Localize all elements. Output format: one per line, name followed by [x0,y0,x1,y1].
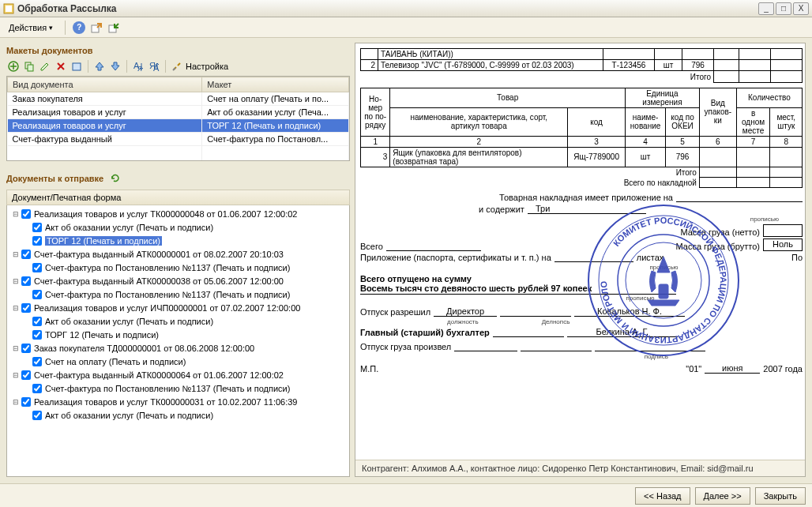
move-up-icon[interactable] [93,60,106,73]
sort-asc-icon[interactable]: Aя [132,60,145,73]
tree-toggle[interactable]: ⊟ [10,398,21,406]
r3-n: 3 [361,147,390,167]
tree-check[interactable] [32,330,42,340]
h-mest: мест, штук [770,107,803,136]
glavbuh: Главный (старший) бухгалтер [360,328,490,337]
app-icon [3,3,14,14]
docs-title-row: Документы к отправке [6,169,350,190]
otpush: Всего отпущено на сумму [360,274,802,284]
tree-check[interactable] [21,303,31,313]
add-icon[interactable] [7,60,20,73]
tree-row[interactable]: ⊟Реализация товаров и услуг ТК000000031 … [7,396,349,409]
close-button[interactable]: X [793,2,809,15]
window-title: Обработка Рассылка [17,3,758,14]
tree-check[interactable] [32,411,42,420]
export-icon[interactable] [90,21,103,34]
tree-row[interactable]: Счет-фактура по Постановлению №1137 (Печ… [7,288,349,302]
tree-check[interactable] [21,276,31,286]
tree-row[interactable]: ⊟Счет-фактура выданный АТК00000001 от 08… [7,248,349,261]
tree-check[interactable] [32,223,42,232]
tree-label: Акт об оказании услуг (Печать и подписи) [45,411,213,420]
tree-check[interactable] [21,344,31,353]
minimize-button[interactable]: _ [758,2,774,15]
col-doc-type[interactable]: Вид документа [8,77,202,92]
tree-row[interactable]: Счет-фактура по Постановлению №1137 (Печ… [7,261,349,275]
h-vidup: Вид упаков- ки [699,88,736,136]
separator [65,21,66,35]
import-icon[interactable] [107,21,120,34]
r3-okei: 796 [666,147,700,167]
close-nav-button[interactable]: Закрыть [755,487,806,505]
tree-row[interactable]: ⊟Счет-фактура выданный АТК00000038 от 05… [7,275,349,288]
docs-header[interactable]: Документ/Печатная форма [6,190,350,205]
tree-row[interactable]: Счет-фактура по Постановлению №1137 (Печ… [7,382,349,396]
tree-row[interactable]: Акт об оказании услуг (Печать и подписи) [7,409,349,422]
tree-row[interactable]: ТОРГ 12 (Печать и подписи) [7,329,349,342]
settings-label[interactable]: Настройка [186,62,228,71]
tree-check[interactable] [32,384,42,393]
soderjit-val: Три [528,204,646,214]
tree-check[interactable] [32,236,42,246]
propis-3: прописью [479,295,802,302]
tree-row[interactable]: Счет на оплату (Печать и подписи) [7,355,349,369]
next-button[interactable]: Далее >> [695,487,750,505]
edit-icon[interactable] [39,60,51,73]
tree-row[interactable]: ⊟Реализация товаров и услуг ТК000000048 … [7,208,349,221]
tree-toggle[interactable]: ⊟ [10,210,21,218]
tree-check[interactable] [21,370,31,380]
tree-check[interactable] [32,357,42,366]
help-icon[interactable]: ? [73,21,85,34]
tree-check[interactable] [21,209,31,219]
move-down-icon[interactable] [109,60,122,73]
tree-toggle[interactable]: ⊟ [10,277,21,285]
tree-label: Счет на оплату (Печать и подписи) [45,357,186,366]
tree-check[interactable] [32,317,42,326]
h-nomer: Но- мер по по- рядку [361,88,390,136]
docs-tree[interactable]: ⊟Реализация товаров и услуг ТК000000048 … [6,205,350,478]
grid-row[interactable]: Реализация товаров и услугАкт об оказани… [8,106,349,119]
propis-1: прописью [360,216,803,223]
tree-row[interactable]: ⊟Счет-фактура выданный АТК00000064 от 01… [7,369,349,382]
col-template[interactable]: Макет [202,77,349,92]
tree-row[interactable]: ⊟Реализация товаров и услуг ИЧП00000001 … [7,302,349,315]
copy-icon[interactable] [23,60,36,73]
grid-row[interactable]: Заказ покупателяСчет на оплату (Печать и… [8,92,349,106]
grid-row[interactable]: Счет-фактура выданныйСчет-фактура по Пос… [8,133,349,146]
delete-icon[interactable] [55,60,67,73]
grid-row[interactable]: Реализация товаров и услугТОРГ 12 (Печат… [8,119,349,133]
listah: листах [637,253,664,262]
tree-row[interactable]: Акт об оказании услуг (Печать и подписи) [7,315,349,329]
back-button[interactable]: << Назад [635,487,690,505]
tree-toggle[interactable]: ⊟ [10,304,21,312]
r3-name: Ящик (упаковка для вентиляторов) (возвра… [390,147,568,167]
tree-row[interactable]: ТОРГ 12 (Печать и подписи) [7,235,349,248]
tree-toggle[interactable]: ⊟ [10,371,21,379]
tree-row[interactable]: Акт об оказании услуг (Печать и подписи) [7,221,349,235]
tree-row[interactable]: ⊟Заказ покупателя ТД000000001 от 08.06.2… [7,342,349,355]
date-d: "01" [686,364,701,374]
actions-menu[interactable]: Действия ▾ [5,20,58,36]
nav-bar: << Назад Далее >> Закрыть [0,483,812,507]
otpusk-gruz: Отпуск груза произвел [360,342,451,351]
templates-grid[interactable]: Вид документа Макет Заказ покупателяСчет… [6,76,350,161]
itogo-1: Итого [361,71,714,83]
tree-label: Реализация товаров и услуг ИЧП00000001 о… [34,303,300,313]
refresh-icon[interactable] [70,60,83,73]
settings-icon[interactable] [171,60,183,73]
tree-check[interactable] [21,397,31,407]
tree-toggle[interactable]: ⊟ [10,250,21,258]
tree-toggle[interactable]: ⊟ [10,344,21,352]
maximize-button[interactable]: □ [776,2,791,15]
tree-check[interactable] [32,263,42,272]
sort-desc-icon[interactable]: ЯA [148,60,160,73]
reload-docs-icon[interactable] [109,172,122,185]
propis-2: прописью [526,264,802,271]
h-okei: код по ОКЕИ [666,107,700,136]
tree-check[interactable] [21,250,31,259]
print-preview[interactable]: ТАИВАНЬ (КИТАИ)) 2 Телевизор "JVC" (Т-67… [355,43,805,460]
svg-rect-8 [28,65,33,71]
tree-check[interactable] [32,290,42,299]
row2-code: Т-123456 [603,60,655,71]
d1: должность [447,318,479,325]
vsego-nakl: Всего по накладной [361,178,700,188]
